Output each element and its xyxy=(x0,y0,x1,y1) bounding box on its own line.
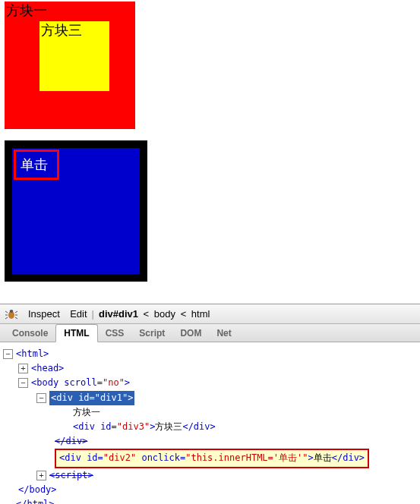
tag-end: </div> xyxy=(55,436,87,446)
collapse-icon[interactable]: − xyxy=(18,378,28,388)
tab-net[interactable]: Net xyxy=(209,325,238,342)
attr-value: "div3" xyxy=(117,421,150,432)
tag-close: > xyxy=(125,377,130,388)
expand-icon[interactable]: + xyxy=(18,364,28,373)
box-two[interactable]: 单击 xyxy=(5,140,147,282)
collapse-icon[interactable]: − xyxy=(3,349,13,359)
tag-div2: <div xyxy=(59,452,87,463)
box-three-label: 方块三 xyxy=(41,23,82,38)
tag-end: </html> xyxy=(16,499,55,504)
svg-line-3 xyxy=(15,311,17,313)
src-line[interactable]: </body> xyxy=(3,483,417,497)
separator: | xyxy=(92,308,94,320)
devtools-toolbar: Inspect Edit | div#div1 < body < html xyxy=(0,304,420,324)
breadcrumb-current[interactable]: div#div1 xyxy=(99,308,138,320)
tag-html: <html> xyxy=(16,348,49,359)
attr-value: "div2" xyxy=(103,452,136,463)
svg-line-2 xyxy=(5,311,8,313)
svg-line-6 xyxy=(5,317,8,319)
src-line[interactable]: <div id="div3">方块三</div> xyxy=(3,420,417,434)
attr-name: scroll xyxy=(64,377,96,388)
box-two-label: 单击 xyxy=(21,156,48,174)
src-line[interactable]: +<script> xyxy=(3,468,417,483)
attr-name: id xyxy=(87,452,97,463)
src-line-selected[interactable]: −<div id="div1"> xyxy=(3,391,417,405)
tag-end: </div> xyxy=(332,452,365,463)
attr-value: "this.innerHTML='单击'" xyxy=(185,452,308,463)
attr-name: id xyxy=(100,421,111,432)
box-one: 方块一 方块三 xyxy=(5,2,135,129)
devtools-panel: Inspect Edit | div#div1 < body < html Co… xyxy=(0,304,420,504)
svg-point-1 xyxy=(10,310,14,313)
tag-div3: <div xyxy=(73,421,100,432)
box-three: 方块三 xyxy=(39,21,109,91)
svg-line-7 xyxy=(15,317,17,319)
tag-close: > xyxy=(308,452,314,463)
attr-name: id xyxy=(78,392,89,403)
tag-end: </div> xyxy=(182,421,215,432)
tag-script: <script> xyxy=(49,470,93,480)
text-node: 方块三 xyxy=(155,421,182,432)
inspect-highlight: 单击 xyxy=(14,150,59,180)
tab-dom[interactable]: DOM xyxy=(172,325,209,342)
devtools-source: −<html> +<head> −<body scroll="no"> −<di… xyxy=(0,342,420,504)
breadcrumb-body[interactable]: body xyxy=(154,308,175,320)
firebug-icon[interactable] xyxy=(5,307,18,321)
src-line[interactable]: −<html> xyxy=(3,347,417,361)
tag-end: </body> xyxy=(18,484,57,495)
tab-css[interactable]: CSS xyxy=(98,325,132,342)
expand-icon[interactable]: + xyxy=(36,471,46,480)
collapse-icon[interactable]: − xyxy=(36,393,46,403)
text-node: 方块一 xyxy=(73,407,100,417)
src-line[interactable]: −<body scroll="no"> xyxy=(3,376,417,390)
attr-value: "div1" xyxy=(95,392,128,403)
tag-body: <body xyxy=(31,377,64,388)
box-one-label: 方块一 xyxy=(6,3,47,18)
devtools-tabs: Console HTML CSS Script DOM Net xyxy=(0,324,420,342)
edit-button[interactable]: Edit xyxy=(70,308,87,320)
breadcrumb-sep: < xyxy=(178,308,189,320)
tag-div1: <div xyxy=(51,392,78,403)
breadcrumb-sep: < xyxy=(141,308,152,320)
src-line-highlighted[interactable]: <div id="div2" onclick="this.innerHTML='… xyxy=(3,449,417,468)
tab-console[interactable]: Console xyxy=(5,325,55,342)
src-line[interactable]: </html> xyxy=(3,497,417,504)
attr-value: "no" xyxy=(103,377,125,388)
src-line[interactable]: +<head> xyxy=(3,361,417,376)
text-node: 单击 xyxy=(314,452,332,463)
breadcrumb-html[interactable]: html xyxy=(191,308,210,320)
inspect-button[interactable]: Inspect xyxy=(28,308,60,320)
src-line[interactable]: 方块一 xyxy=(3,405,417,420)
src-line[interactable]: </div> xyxy=(3,434,417,449)
tab-html[interactable]: HTML xyxy=(55,324,97,342)
attr-name: onclick xyxy=(141,452,180,463)
tab-script[interactable]: Script xyxy=(131,325,172,342)
rendered-page: 方块一 方块三 单击 xyxy=(0,0,420,304)
tag-close: > xyxy=(128,392,133,403)
tag-head: <head> xyxy=(31,363,64,373)
